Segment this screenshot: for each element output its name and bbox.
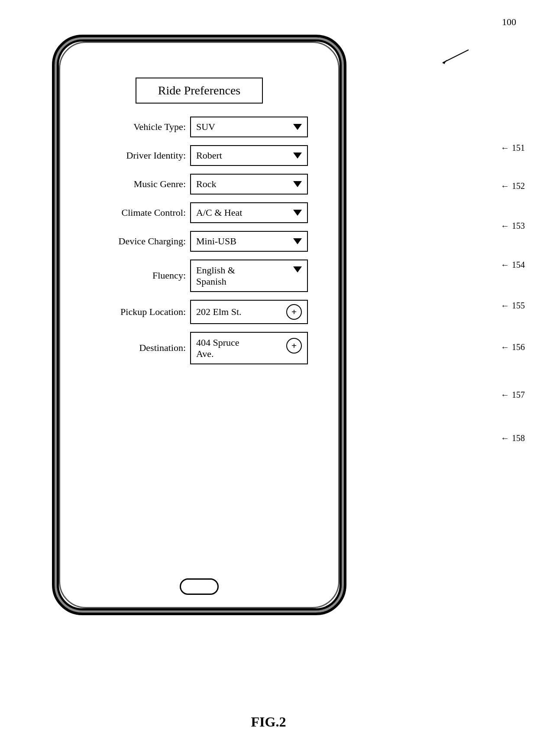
vehicle-type-value: SUV bbox=[196, 121, 289, 133]
vehicle-type-dropdown[interactable]: SUV bbox=[190, 117, 308, 137]
ref-154-arrow: ← bbox=[501, 260, 509, 270]
destination-label: Destination: bbox=[91, 342, 186, 354]
ref-151-arrow: ← bbox=[501, 143, 509, 153]
driver-identity-label: Driver Identity: bbox=[91, 150, 186, 161]
ref-151: ← 151 bbox=[501, 143, 525, 153]
ref-157-arrow: ← bbox=[501, 390, 509, 400]
page-title: Ride Preferences bbox=[158, 84, 240, 97]
pickup-location-label: Pickup Location: bbox=[91, 306, 186, 318]
driver-identity-dropdown[interactable]: Robert bbox=[190, 145, 308, 166]
dropdown-arrow-icon bbox=[293, 181, 302, 187]
phone-screen: Ride Preferences Vehicle Type: SUV bbox=[59, 42, 340, 608]
dropdown-arrow-icon bbox=[293, 210, 302, 216]
music-genre-dropdown[interactable]: Rock bbox=[190, 174, 308, 195]
fluency-row: Fluency: English &Spanish bbox=[91, 260, 308, 292]
climate-control-value: A/C & Heat bbox=[196, 207, 289, 218]
device-charging-value: Mini-USB bbox=[196, 236, 289, 247]
device-charging-dropdown[interactable]: Mini-USB bbox=[190, 231, 308, 252]
climate-control-label: Climate Control: bbox=[91, 207, 186, 218]
device-charging-control: Mini-USB bbox=[190, 231, 308, 252]
destination-control: 404 SpruceAve. + bbox=[190, 332, 308, 364]
dropdown-arrow-icon bbox=[293, 266, 302, 273]
ref-155: ← 155 bbox=[501, 301, 525, 311]
fig-caption: FIG.2 bbox=[251, 714, 286, 730]
dropdown-arrow-icon bbox=[293, 238, 302, 244]
home-button[interactable] bbox=[180, 578, 219, 595]
fluency-label: Fluency: bbox=[91, 270, 186, 281]
preferences-list: Vehicle Type: SUV Driver Identity: bbox=[91, 117, 308, 364]
title-box: Ride Preferences bbox=[136, 78, 263, 104]
pickup-location-control: 202 Elm St. + bbox=[190, 300, 308, 324]
destination-add-icon[interactable]: + bbox=[286, 338, 302, 354]
climate-control-row: Climate Control: A/C & Heat bbox=[91, 202, 308, 223]
ref-153: ← 153 bbox=[501, 221, 525, 231]
driver-identity-row: Driver Identity: Robert bbox=[91, 145, 308, 166]
fluency-control: English &Spanish bbox=[190, 260, 308, 292]
pickup-location-row: Pickup Location: 202 Elm St. + bbox=[91, 300, 308, 324]
music-genre-value: Rock bbox=[196, 178, 289, 190]
dropdown-arrow-icon bbox=[293, 152, 302, 159]
ref-100: 100 bbox=[502, 16, 516, 28]
ref-156: ← 156 bbox=[501, 342, 525, 352]
climate-control-control: A/C & Heat bbox=[190, 202, 308, 223]
ref-158-arrow: ← bbox=[501, 433, 509, 443]
ref-155-arrow: ← bbox=[501, 301, 509, 311]
music-genre-control: Rock bbox=[190, 174, 308, 195]
device-charging-row: Device Charging: Mini-USB bbox=[91, 231, 308, 252]
phone-device: Ride Preferences Vehicle Type: SUV bbox=[52, 35, 346, 615]
device-charging-label: Device Charging: bbox=[91, 236, 186, 247]
ref-152-arrow: ← bbox=[501, 181, 509, 191]
pickup-location-add-icon[interactable]: + bbox=[286, 304, 302, 320]
ref-158: ← 158 bbox=[501, 433, 525, 443]
ref-153-arrow: ← bbox=[501, 221, 509, 231]
pickup-location-field[interactable]: 202 Elm St. + bbox=[190, 300, 308, 324]
svg-line-0 bbox=[443, 50, 469, 63]
destination-value: 404 SpruceAve. bbox=[196, 337, 283, 360]
vehicle-type-control: SUV bbox=[190, 117, 308, 137]
vehicle-type-label: Vehicle Type: bbox=[91, 121, 186, 133]
pickup-location-value: 202 Elm St. bbox=[196, 306, 283, 318]
destination-field[interactable]: 404 SpruceAve. + bbox=[190, 332, 308, 364]
dropdown-arrow-icon bbox=[293, 124, 302, 130]
ref-156-arrow: ← bbox=[501, 342, 509, 352]
fluency-dropdown[interactable]: English &Spanish bbox=[190, 260, 308, 292]
fluency-value: English &Spanish bbox=[196, 265, 289, 288]
ref-154: ← 154 bbox=[501, 260, 525, 270]
vehicle-type-row: Vehicle Type: SUV bbox=[91, 117, 308, 137]
driver-identity-control: Robert bbox=[190, 145, 308, 166]
page-container: 100 Ride Preferences Vehicle Type: bbox=[0, 0, 537, 756]
ref-157: ← 157 bbox=[501, 390, 525, 400]
music-genre-label: Music Genre: bbox=[91, 178, 186, 190]
svg-marker-1 bbox=[443, 60, 447, 64]
ref-152: ← 152 bbox=[501, 181, 525, 191]
ref-100-arrow bbox=[443, 48, 477, 67]
climate-control-dropdown[interactable]: A/C & Heat bbox=[190, 202, 308, 223]
driver-identity-value: Robert bbox=[196, 150, 289, 161]
destination-row: Destination: 404 SpruceAve. + bbox=[91, 332, 308, 364]
music-genre-row: Music Genre: Rock bbox=[91, 174, 308, 195]
screen-content: Ride Preferences Vehicle Type: SUV bbox=[78, 69, 321, 572]
